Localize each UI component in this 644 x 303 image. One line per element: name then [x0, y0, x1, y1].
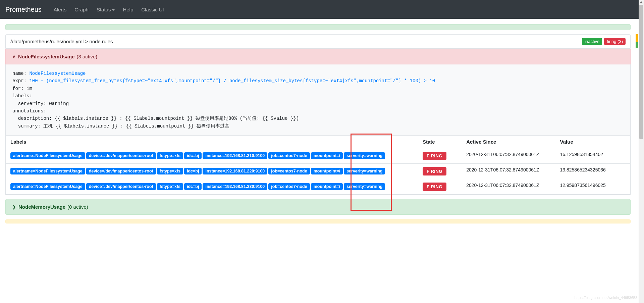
nav-classic-ui[interactable]: Classic UI: [141, 7, 164, 12]
label-tag[interactable]: device=/dev/mapper/centos-root: [86, 152, 156, 159]
value-cell: 13.825865234325036: [555, 164, 630, 179]
nav-graph[interactable]: Graph: [74, 7, 89, 12]
rule-active-count: (0 active): [67, 204, 88, 210]
col-labels: Labels: [6, 136, 418, 148]
label-tag[interactable]: device=/dev/mapper/centos-root: [86, 168, 156, 174]
rule-yaml: name: NodeFilessystemUsage expr: 100 - (…: [6, 64, 630, 136]
chevron-down-icon: ∨: [12, 54, 15, 59]
label-tag[interactable]: instance=192.168.81.220:9100: [203, 168, 267, 174]
label-tag[interactable]: mountpoint=/: [311, 168, 343, 174]
scrollbar-up-icon[interactable]: [640, 1, 643, 3]
label-tag[interactable]: idc=bj: [184, 152, 202, 159]
yaml-expr-link[interactable]: 100 - (node_filesystem_free_bytes{fstype…: [29, 78, 435, 84]
firing-filter-badge[interactable]: firing (3): [604, 38, 626, 45]
label-tag[interactable]: fstype=xfs: [157, 168, 183, 174]
previous-rule-footer: [5, 24, 631, 30]
state-cell: FIRING: [418, 179, 462, 195]
label-tag[interactable]: instance=192.168.81.230:9100: [203, 183, 267, 190]
col-state: State: [418, 136, 462, 148]
labels-cell: alertname=NodeFilessystemUsagedevice=/de…: [6, 179, 418, 195]
label-tag[interactable]: alertname=NodeFilessystemUsage: [10, 183, 85, 190]
value-cell: 16.12598531354402: [555, 148, 630, 164]
firing-state-badge: FIRING: [423, 152, 446, 160]
active-since-cell: 2020-12-31T06:07:32.874900061Z: [462, 148, 555, 164]
table-row: alertname=NodeFilessystemUsagedevice=/de…: [6, 148, 630, 164]
brand-logo[interactable]: Prometheus: [5, 6, 42, 13]
labels-cell: alertname=NodeFilessystemUsagedevice=/de…: [6, 148, 418, 164]
chevron-right-icon: ❯: [12, 205, 16, 209]
rule-file-path-bar: /data/prometheus/rules/node.yml > node.r…: [5, 34, 631, 49]
rule-name: NodeFilessystemUsage: [18, 54, 74, 59]
scrollbar-thumb[interactable]: [639, 5, 643, 139]
table-row: alertname=NodeFilessystemUsagedevice=/de…: [6, 164, 630, 179]
yaml-name-link[interactable]: NodeFilessystemUsage: [29, 71, 86, 76]
label-tag[interactable]: mountpoint=/: [311, 152, 343, 159]
label-tag[interactable]: alertname=NodeFilessystemUsage: [10, 168, 85, 174]
nav-help[interactable]: Help: [123, 7, 133, 12]
label-tag[interactable]: serverity=warning: [344, 168, 385, 174]
label-tag[interactable]: serverity=warning: [344, 183, 385, 190]
label-tag[interactable]: fstype=xfs: [157, 183, 183, 190]
col-value: Value: [555, 136, 630, 148]
label-tag[interactable]: job=centos7-node: [268, 152, 310, 159]
navbar: Prometheus Alerts Graph Status Help Clas…: [0, 0, 644, 19]
state-cell: FIRING: [418, 164, 462, 179]
value-cell: 12.959873561496025: [555, 179, 630, 195]
label-tag[interactable]: job=centos7-node: [268, 183, 310, 190]
minimap-marker: [636, 34, 638, 42]
label-tag[interactable]: alertname=NodeFilessystemUsage: [10, 152, 85, 159]
rule-header-filesystem[interactable]: ∨ NodeFilessystemUsage (3 active): [5, 49, 631, 64]
label-tag[interactable]: job=centos7-node: [268, 168, 310, 174]
minimap-marker: [636, 42, 638, 48]
label-tag[interactable]: instance=192.168.81.210:9100: [203, 152, 267, 159]
inactive-filter-badge[interactable]: inactive: [582, 38, 602, 45]
label-tag[interactable]: idc=bj: [184, 183, 202, 190]
next-rule-header: [5, 219, 631, 223]
rule-name: NodeMemoryUsage: [18, 204, 65, 210]
nav-status[interactable]: Status: [97, 7, 115, 12]
rule-active-count: (3 active): [76, 54, 97, 59]
col-active-since: Active Since: [462, 136, 555, 148]
label-tag[interactable]: device=/dev/mapper/centos-root: [86, 183, 156, 190]
firing-state-badge: FIRING: [423, 183, 446, 191]
label-tag[interactable]: fstype=xfs: [157, 152, 183, 159]
active-since-cell: 2020-12-31T06:07:32.874900061Z: [462, 179, 555, 195]
rule-file-path: /data/prometheus/rules/node.yml > node.r…: [10, 39, 113, 44]
firing-state-badge: FIRING: [423, 167, 446, 175]
table-row: alertname=NodeFilessystemUsagedevice=/de…: [6, 179, 630, 195]
label-tag[interactable]: mountpoint=/: [311, 183, 343, 190]
scrollbar-track[interactable]: [639, 0, 644, 229]
rule-body: name: NodeFilessystemUsage expr: 100 - (…: [5, 64, 631, 195]
state-cell: FIRING: [418, 148, 462, 164]
label-tag[interactable]: serverity=warning: [344, 152, 385, 159]
label-tag[interactable]: idc=bj: [184, 168, 202, 174]
active-since-cell: 2020-12-31T06:07:32.874900061Z: [462, 164, 555, 179]
labels-cell: alertname=NodeFilessystemUsagedevice=/de…: [6, 164, 418, 179]
nav-alerts[interactable]: Alerts: [54, 7, 66, 12]
alerts-table: Labels State Active Since Value alertnam…: [6, 136, 630, 195]
rule-header-memory[interactable]: ❯ NodeMemoryUsage (0 active): [5, 199, 631, 215]
